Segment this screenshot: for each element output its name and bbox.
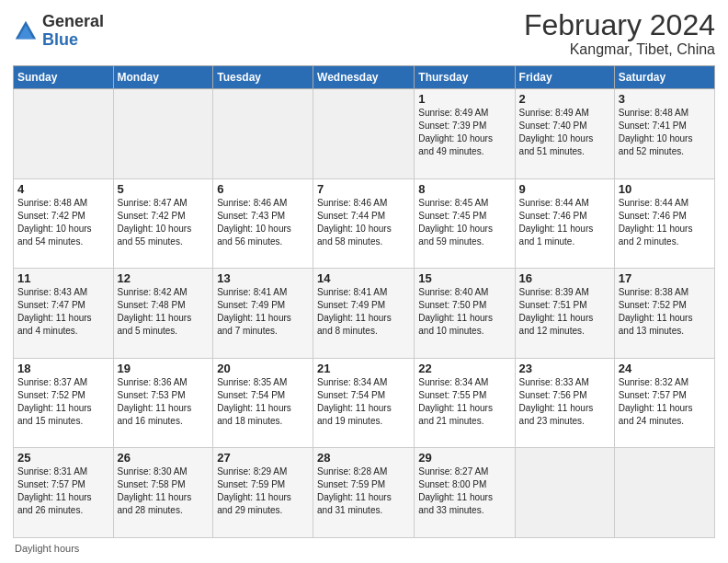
- logo: General Blue: [13, 13, 104, 50]
- day-number: 21: [317, 362, 410, 375]
- day-info: Sunrise: 8:45 AM Sunset: 7:45 PM Dayligh…: [418, 197, 510, 248]
- day-number: 7: [317, 182, 410, 196]
- day-info: Sunrise: 8:41 AM Sunset: 7:49 PM Dayligh…: [317, 286, 410, 338]
- day-number: 29: [418, 451, 510, 465]
- calendar-cell: 25Sunrise: 8:31 AM Sunset: 7:57 PM Dayli…: [14, 448, 114, 538]
- day-info: Sunrise: 8:29 AM Sunset: 7:59 PM Dayligh…: [217, 465, 309, 517]
- day-number: 9: [519, 182, 610, 196]
- day-info: Sunrise: 8:46 AM Sunset: 7:43 PM Dayligh…: [217, 197, 309, 248]
- day-info: Sunrise: 8:42 AM Sunset: 7:48 PM Dayligh…: [118, 286, 210, 338]
- day-number: 11: [17, 271, 109, 285]
- day-number: 14: [317, 271, 410, 285]
- day-number: 16: [519, 271, 610, 285]
- day-number: 23: [519, 362, 610, 375]
- calendar-cell: [515, 448, 614, 538]
- day-number: 27: [217, 451, 309, 465]
- day-number: 10: [619, 182, 711, 196]
- day-info: Sunrise: 8:39 AM Sunset: 7:51 PM Dayligh…: [519, 286, 610, 338]
- calendar-cell: [213, 89, 313, 179]
- calendar-cell: 8Sunrise: 8:45 AM Sunset: 7:45 PM Daylig…: [415, 178, 515, 269]
- day-number: 13: [217, 271, 309, 285]
- logo-general-text: General: [42, 13, 104, 31]
- calendar-cell: 23Sunrise: 8:33 AM Sunset: 7:56 PM Dayli…: [515, 358, 614, 448]
- day-info: Sunrise: 8:27 AM Sunset: 8:00 PM Dayligh…: [418, 465, 510, 517]
- calendar-header-tuesday: Tuesday: [213, 66, 313, 89]
- calendar-cell: 13Sunrise: 8:41 AM Sunset: 7:49 PM Dayli…: [213, 269, 313, 359]
- calendar-cell: 24Sunrise: 8:32 AM Sunset: 7:57 PM Dayli…: [614, 358, 714, 448]
- day-info: Sunrise: 8:49 AM Sunset: 7:40 PM Dayligh…: [519, 107, 610, 158]
- calendar-cell: 22Sunrise: 8:34 AM Sunset: 7:55 PM Dayli…: [415, 358, 515, 448]
- calendar-cell: 2Sunrise: 8:49 AM Sunset: 7:40 PM Daylig…: [515, 89, 614, 179]
- day-info: Sunrise: 8:40 AM Sunset: 7:50 PM Dayligh…: [418, 286, 510, 338]
- day-number: 2: [519, 92, 610, 106]
- day-number: 22: [418, 362, 510, 375]
- calendar-cell: 12Sunrise: 8:42 AM Sunset: 7:48 PM Dayli…: [113, 269, 213, 359]
- calendar-cell: 1Sunrise: 8:49 AM Sunset: 7:39 PM Daylig…: [415, 89, 515, 179]
- calendar-cell: [14, 89, 114, 179]
- day-info: Sunrise: 8:49 AM Sunset: 7:39 PM Dayligh…: [418, 107, 510, 158]
- calendar-cell: 17Sunrise: 8:38 AM Sunset: 7:52 PM Dayli…: [614, 269, 714, 359]
- calendar-cell: 21Sunrise: 8:34 AM Sunset: 7:54 PM Dayli…: [313, 358, 415, 448]
- sub-title: Kangmar, Tibet, China: [524, 41, 715, 58]
- calendar-table: SundayMondayTuesdayWednesdayThursdayFrid…: [13, 65, 715, 538]
- day-info: Sunrise: 8:32 AM Sunset: 7:57 PM Dayligh…: [619, 376, 711, 428]
- day-number: 24: [619, 362, 711, 375]
- calendar-cell: [113, 89, 213, 179]
- day-info: Sunrise: 8:44 AM Sunset: 7:46 PM Dayligh…: [519, 197, 610, 248]
- day-number: 6: [217, 182, 309, 196]
- day-info: Sunrise: 8:37 AM Sunset: 7:52 PM Dayligh…: [17, 376, 109, 428]
- calendar-cell: 11Sunrise: 8:43 AM Sunset: 7:47 PM Dayli…: [14, 269, 114, 359]
- calendar-cell: 27Sunrise: 8:29 AM Sunset: 7:59 PM Dayli…: [213, 448, 313, 538]
- day-info: Sunrise: 8:28 AM Sunset: 7:59 PM Dayligh…: [317, 465, 410, 517]
- day-info: Sunrise: 8:47 AM Sunset: 7:42 PM Dayligh…: [118, 197, 210, 248]
- calendar-header-wednesday: Wednesday: [313, 66, 415, 89]
- calendar-cell: [614, 448, 714, 538]
- calendar-header-sunday: Sunday: [14, 66, 114, 89]
- day-info: Sunrise: 8:48 AM Sunset: 7:41 PM Dayligh…: [619, 107, 711, 158]
- calendar-header-monday: Monday: [113, 66, 213, 89]
- day-info: Sunrise: 8:43 AM Sunset: 7:47 PM Dayligh…: [17, 286, 109, 338]
- day-info: Sunrise: 8:46 AM Sunset: 7:44 PM Dayligh…: [317, 197, 410, 248]
- main-title: February 2024: [524, 9, 715, 41]
- calendar-cell: 6Sunrise: 8:46 AM Sunset: 7:43 PM Daylig…: [213, 178, 313, 269]
- calendar-cell: 4Sunrise: 8:48 AM Sunset: 7:42 PM Daylig…: [14, 178, 114, 269]
- day-number: 18: [17, 362, 109, 375]
- day-number: 19: [118, 362, 210, 375]
- day-info: Sunrise: 8:38 AM Sunset: 7:52 PM Dayligh…: [619, 286, 711, 338]
- calendar-cell: 28Sunrise: 8:28 AM Sunset: 7:59 PM Dayli…: [313, 448, 415, 538]
- calendar-cell: 14Sunrise: 8:41 AM Sunset: 7:49 PM Dayli…: [313, 269, 415, 359]
- calendar-cell: 20Sunrise: 8:35 AM Sunset: 7:54 PM Dayli…: [213, 358, 313, 448]
- calendar-cell: [313, 89, 415, 179]
- day-number: 28: [317, 451, 410, 465]
- day-number: 17: [619, 271, 711, 285]
- calendar-header-saturday: Saturday: [614, 66, 714, 89]
- day-info: Sunrise: 8:34 AM Sunset: 7:54 PM Dayligh…: [317, 376, 410, 428]
- calendar-cell: 10Sunrise: 8:44 AM Sunset: 7:46 PM Dayli…: [614, 178, 714, 269]
- calendar-cell: 19Sunrise: 8:36 AM Sunset: 7:53 PM Dayli…: [113, 358, 213, 448]
- calendar-cell: 5Sunrise: 8:47 AM Sunset: 7:42 PM Daylig…: [113, 178, 213, 269]
- page-header: General Blue February 2024 Kangmar, Tibe…: [13, 9, 715, 58]
- day-info: Sunrise: 8:33 AM Sunset: 7:56 PM Dayligh…: [519, 376, 610, 428]
- day-number: 8: [418, 182, 510, 196]
- day-number: 5: [118, 182, 210, 196]
- calendar-cell: 16Sunrise: 8:39 AM Sunset: 7:51 PM Dayli…: [515, 269, 614, 359]
- logo-icon: [13, 18, 39, 44]
- day-number: 25: [17, 451, 109, 465]
- day-number: 3: [619, 92, 711, 106]
- calendar-cell: 7Sunrise: 8:46 AM Sunset: 7:44 PM Daylig…: [313, 178, 415, 269]
- day-number: 15: [418, 271, 510, 285]
- day-info: Sunrise: 8:36 AM Sunset: 7:53 PM Dayligh…: [118, 376, 210, 428]
- calendar-header-friday: Friday: [515, 66, 614, 89]
- day-info: Sunrise: 8:44 AM Sunset: 7:46 PM Dayligh…: [619, 197, 711, 248]
- day-info: Sunrise: 8:48 AM Sunset: 7:42 PM Dayligh…: [17, 197, 109, 248]
- logo-blue-text: Blue: [42, 31, 104, 50]
- calendar-cell: 15Sunrise: 8:40 AM Sunset: 7:50 PM Dayli…: [415, 269, 515, 359]
- day-number: 4: [17, 182, 109, 196]
- day-info: Sunrise: 8:31 AM Sunset: 7:57 PM Dayligh…: [17, 465, 109, 517]
- calendar-cell: 9Sunrise: 8:44 AM Sunset: 7:46 PM Daylig…: [515, 178, 614, 269]
- title-block: February 2024 Kangmar, Tibet, China: [524, 9, 715, 58]
- day-number: 26: [118, 451, 210, 465]
- day-number: 1: [418, 92, 510, 106]
- day-info: Sunrise: 8:30 AM Sunset: 7:58 PM Dayligh…: [118, 465, 210, 517]
- calendar-header-thursday: Thursday: [415, 66, 515, 89]
